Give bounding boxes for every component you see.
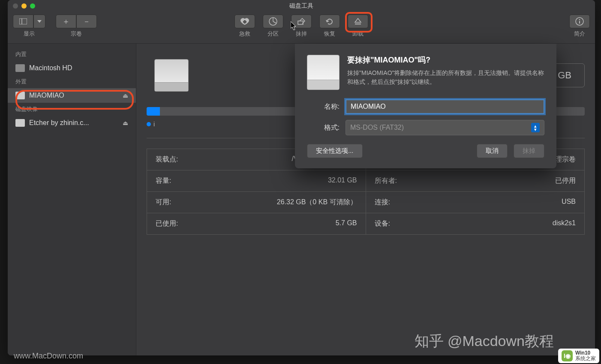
info-button[interactable] [569,15,590,28]
sidebar-item-label: MIAOMIAO [29,92,64,99]
dialog-title: 要抹掉"MIAOMIAO"吗? [347,55,544,65]
erase-confirm-button[interactable]: 抹掉 [514,144,544,158]
disk-icon [15,92,25,99]
svg-rect-5 [298,21,303,24]
info-row-connection: 连接:USB [366,192,585,213]
svg-line-4 [273,21,276,23]
win10-badge: I◉ Win10系统之家 [558,349,599,363]
toolbar-volume-group: ＋ － 宗卷 [56,15,97,38]
cancel-button[interactable]: 取消 [477,144,508,158]
partition-button[interactable] [263,15,283,28]
info-row-owner: 所有者:已停用 [366,170,585,192]
sidebar-external-header: 外置 [8,75,136,88]
sidebar-item-macintosh-hd[interactable]: Macintosh HD [8,61,136,75]
erase-dialog: 要抹掉"MIAOMIAO"吗? 抹掉"MIAOMIAO"将删除储存在上面的所有数… [295,44,556,168]
sidebar-item-miaomiao[interactable]: MIAOMIAO ⏏ [8,88,136,103]
name-label: 名称: [307,102,346,111]
cursor-icon [291,21,297,31]
minimize-button[interactable] [21,3,27,9]
close-button[interactable] [13,3,18,9]
sidebar-item-label: Macintosh HD [29,64,72,72]
chevron-updown-icon: ▴▾ [531,123,540,132]
volume-add-button[interactable]: ＋ [56,15,76,28]
svg-point-8 [579,19,580,21]
titlebar: 磁盘工具 [8,0,595,12]
restore-label: 恢复 [324,30,335,38]
toolbar: 显示 ＋ － 宗卷 急救 分区 [8,12,595,44]
window-title: 磁盘工具 [8,2,595,10]
view-sidebar-button[interactable] [13,15,33,28]
svg-rect-6 [355,24,361,24]
eject-icon[interactable]: ⏏ [123,92,128,99]
view-label: 显示 [24,30,35,38]
body: 内置 Macintosh HD 外置 MIAOMIAO ⏏ 磁盘映像 Etche… [8,44,595,355]
disk-utility-window: 磁盘工具 显示 ＋ － 宗卷 [8,0,595,355]
security-options-button[interactable]: 安全性选项... [307,144,363,158]
sidebar-item-label: Etcher by zhinin.c... [29,119,89,127]
view-dropdown-button[interactable] [33,15,45,28]
name-input[interactable] [346,99,544,114]
volume-remove-button[interactable]: － [76,15,97,28]
eject-icon[interactable]: ⏏ [123,119,128,126]
sidebar: 内置 Macintosh HD 外置 MIAOMIAO ⏏ 磁盘映像 Etche… [8,44,136,355]
win10-logo-icon: I◉ [562,350,573,361]
sidebar-internal-header: 内置 [8,48,136,61]
info-row-device: 设备:disk2s1 [366,213,585,234]
volume-large-icon [147,52,196,98]
format-select[interactable]: MS-DOS (FAT32) ▴▾ [346,120,544,135]
format-label: 格式: [307,123,346,132]
svg-rect-9 [579,21,580,24]
traffic-lights [13,3,35,9]
sidebar-images-header: 磁盘映像 [8,103,136,116]
toolbar-center: 急救 分区 抹掉 恢复 [234,15,368,38]
info-row-capacity: 容量:32.01 GB [147,170,366,192]
legend-dot-icon [147,122,151,126]
dialog-description: 抹掉"MIAOMIAO"将删除储存在上面的所有数据，且无法撤销。请提供名称和格式… [347,69,544,87]
volume-label: 宗卷 [71,30,82,38]
info-row-available: 可用:26.32 GB（0 KB 可清除） [147,192,366,213]
disk-icon [15,119,25,127]
restore-button[interactable] [319,15,340,28]
first-aid-button[interactable] [234,15,255,28]
first-aid-label: 急救 [239,30,250,38]
sidebar-item-etcher[interactable]: Etcher by zhinin.c... ⏏ [8,116,136,130]
disk-icon [15,64,25,72]
format-value: MS-DOS (FAT32) [350,124,404,131]
svg-rect-0 [19,18,27,24]
unmount-label: 卸载 [352,30,364,38]
info-label: 简介 [574,30,585,38]
maximize-button[interactable] [30,3,35,9]
toolbar-view-group: 显示 [13,15,45,38]
erase-label: 抹掉 [296,30,307,38]
unmount-button[interactable] [348,15,368,28]
usage-used-segment [147,107,160,116]
info-row-used: 已使用:5.7 GB [147,213,366,234]
dialog-disk-icon [307,55,340,90]
main-pane: 32.01 GB i 装载点:/Volumes/MIAOMIAO 容量:32.0… [136,44,595,355]
watermark-macdown: www.MacDown.com [14,352,83,361]
watermark-zhihu: 知乎 @Macdown教程 [415,331,554,351]
partition-label: 分区 [267,30,279,38]
